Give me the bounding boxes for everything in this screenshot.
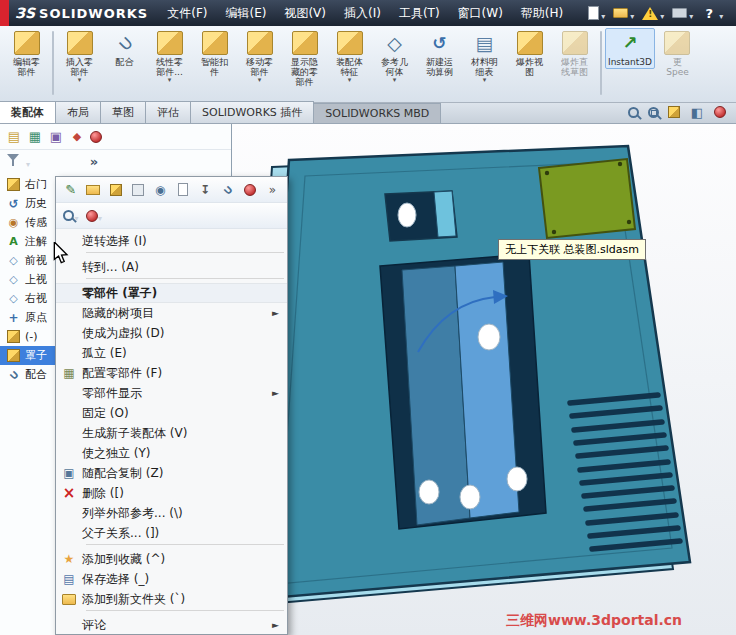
context-menu-item[interactable]: 生成新子装配体 (V) — [56, 423, 287, 443]
quick-access-button[interactable] — [613, 4, 634, 23]
context-toolbar-button[interactable] — [84, 206, 104, 226]
menu-item[interactable]: 帮助(H) — [512, 0, 572, 26]
context-toolbar-button[interactable] — [61, 206, 81, 226]
context-menu-item[interactable] — [86, 610, 284, 614]
menu-item[interactable]: 插入(I) — [335, 0, 390, 26]
bill-of-materials-button[interactable]: 材料明 细表 ▾ — [462, 28, 507, 86]
new-motion-study-button[interactable]: 新建运 动算例 ▾ — [417, 28, 462, 79]
truncated-right-button[interactable]: 更 Spee ▾ — [655, 28, 700, 79]
context-menu-item[interactable]: 添加到新文件夹 (`) — [56, 589, 287, 609]
instant3d-button[interactable]: Instant3D ▾ — [605, 28, 655, 69]
ribbon-button-icon — [517, 31, 543, 55]
reference-geometry-button[interactable]: 参考几 何体 ▾ — [372, 28, 417, 86]
context-menu-item[interactable]: 零部件显示 — [56, 383, 287, 403]
context-menu-item[interactable]: 零部件 (罩子) — [56, 283, 287, 303]
tab-evaluate[interactable]: 评估 — [145, 101, 191, 123]
context-menu-item[interactable]: 转到... (A) — [56, 257, 287, 277]
new-document-icon — [588, 6, 599, 20]
context-toolbar-button[interactable] — [61, 180, 80, 200]
context-menu-item[interactable]: 孤立 (E) — [56, 343, 287, 363]
context-menu-item[interactable]: 添加到收藏 (^) — [56, 549, 287, 569]
context-toolbar-button[interactable] — [83, 180, 102, 200]
dimxpert-icon[interactable] — [69, 129, 85, 145]
context-toolbar-button[interactable] — [151, 180, 170, 200]
smart-fasteners-button[interactable]: 智能扣 件 ▾ — [192, 28, 237, 79]
mate-button[interactable]: 配合 ▾ — [102, 28, 147, 69]
context-menu-item[interactable] — [86, 252, 284, 256]
context-menu-item[interactable]: 评论 — [56, 615, 287, 635]
cutout-hole[interactable] — [398, 203, 416, 227]
context-toolbar-button[interactable] — [128, 180, 147, 200]
configuration-manager-icon[interactable] — [48, 129, 64, 145]
context-menu-item[interactable]: 保存选择 (_) — [56, 569, 287, 589]
ribbon-button[interactable]: ▾ — [600, 31, 602, 95]
ribbon-button-label: 部件 — [18, 67, 36, 77]
menu-item[interactable]: 视图(V) — [275, 0, 335, 26]
linear-pattern-button[interactable]: 线性零 部件... ▾ — [147, 28, 192, 86]
display-style-icon[interactable] — [668, 106, 680, 118]
menu-item[interactable]: 工具(T) — [390, 0, 449, 26]
top-left-cutout[interactable] — [385, 191, 457, 241]
insert-component-button[interactable]: 插入零 部件 ▾ — [57, 28, 102, 86]
chevron-down-icon[interactable] — [26, 152, 30, 171]
quick-access-button[interactable] — [701, 4, 723, 23]
context-menu-item[interactable]: 隐藏的树项目 — [56, 303, 287, 323]
context-menu-item[interactable]: 父子关系... (]) — [56, 523, 287, 543]
context-toolbar-button[interactable] — [195, 180, 214, 200]
board-face[interactable] — [539, 159, 635, 238]
funnel-icon[interactable] — [6, 153, 22, 169]
context-menu-item[interactable]: 删除 ([) — [56, 483, 287, 503]
context-toolbar-button[interactable] — [240, 180, 259, 200]
context-menu-item[interactable]: 逆转选择 (I) — [56, 231, 287, 251]
context-menu-item[interactable]: 配置零部件 (F) — [56, 363, 287, 383]
ribbon-button-icon — [427, 31, 453, 55]
section-view-icon[interactable] — [689, 104, 705, 120]
context-toolbar-button[interactable] — [106, 180, 125, 200]
context-menu-item[interactable] — [86, 544, 284, 548]
zoom-fit-icon[interactable] — [628, 107, 639, 118]
overflow-chevron-icon[interactable] — [86, 153, 102, 169]
cutout-tab[interactable] — [434, 191, 456, 237]
design-tree-icon[interactable] — [6, 129, 22, 145]
edit-component-button[interactable]: 编辑零 部件 ▾ — [4, 28, 49, 79]
menu-item-icon — [60, 445, 78, 461]
context-menu-item[interactable]: 列举外部参考... (\) — [56, 503, 287, 523]
menu-item[interactable]: 窗口(W) — [449, 0, 512, 26]
context-menu-item[interactable]: 固定 (O) — [56, 403, 287, 423]
copy-mates-icon — [60, 465, 78, 481]
menu-item[interactable]: 文件(F) — [158, 0, 216, 26]
context-menu-item[interactable]: 使成为虚拟 (D) — [56, 323, 287, 343]
model-3d[interactable] — [232, 124, 736, 635]
tree-item-label: 罩子 — [25, 348, 47, 363]
context-toolbar-button[interactable] — [263, 180, 282, 200]
zoom-area-icon[interactable] — [648, 107, 659, 118]
quick-access-button[interactable] — [588, 4, 605, 23]
tab-solidworks-addins[interactable]: SOLIDWORKS 插件 — [190, 101, 314, 123]
tab-sketch[interactable]: 草图 — [100, 101, 146, 123]
context-menu-item[interactable] — [86, 278, 284, 282]
context-toolbar-button[interactable] — [173, 180, 192, 200]
green-board[interactable] — [539, 159, 635, 238]
exploded-view-button[interactable]: 爆炸视 图 ▾ — [507, 28, 552, 79]
cover-panel[interactable] — [242, 146, 690, 606]
display-manager-icon[interactable] — [90, 131, 102, 143]
quick-access-button[interactable] — [642, 4, 664, 23]
quick-access-button[interactable] — [672, 4, 693, 23]
context-menu-item[interactable]: 随配合复制 (Z) — [56, 463, 287, 483]
menu-item[interactable]: 编辑(E) — [216, 0, 275, 26]
move-component-button[interactable]: 移动零 部件 ▾ — [237, 28, 282, 86]
tab-layout[interactable]: 布局 — [55, 101, 101, 123]
assembly-features-button[interactable]: 装配体 特征 ▾ — [327, 28, 372, 86]
brand-name: SOLIDWORKS — [39, 6, 148, 21]
appearance-ball-icon[interactable] — [714, 106, 726, 118]
ribbon-button[interactable]: ▾ — [52, 31, 54, 95]
property-manager-icon[interactable] — [27, 129, 43, 145]
context-toolbar-button[interactable] — [218, 180, 237, 200]
context-menu-item[interactable]: 使之独立 (Y) — [56, 443, 287, 463]
explode-line-sketch-button[interactable]: 爆炸直 线草图 ▾ — [552, 28, 597, 79]
show-hidden-components-button[interactable]: 显示隐 藏的零 部件 ▾ — [282, 28, 327, 89]
tab-assembly[interactable]: 装配体 — [0, 101, 56, 123]
graphics-viewport[interactable] — [232, 124, 736, 635]
tab-solidworks-mbd[interactable]: SOLIDWORKS MBD — [313, 103, 441, 123]
solidworks-window: ЗS SOLIDWORKS 文件(F)编辑(E)视图(V)插入(I)工具(T)窗… — [0, 0, 736, 635]
